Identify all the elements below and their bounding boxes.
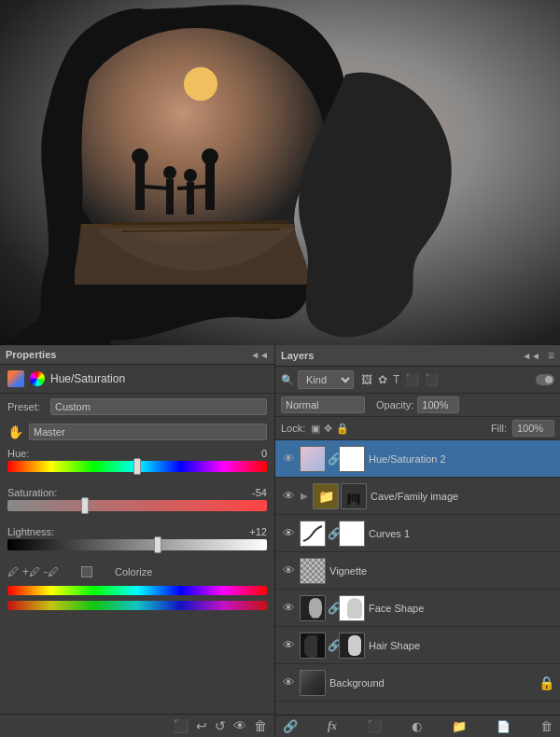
filter-shape-icon[interactable]: ⬛ bbox=[405, 373, 419, 386]
visibility-btn[interactable]: 👁 bbox=[233, 718, 246, 733]
lock-all-btn[interactable]: 🔒 bbox=[336, 423, 349, 435]
history-forward-btn[interactable]: ↺ bbox=[215, 718, 226, 733]
layer-visibility-btn[interactable]: 👁 bbox=[281, 675, 296, 689]
filter-adjustment-icon[interactable]: ✿ bbox=[378, 373, 387, 386]
preset-row: Preset: Custom bbox=[0, 394, 274, 420]
hue-section: Hue: 0 bbox=[0, 444, 274, 483]
preset-select[interactable]: Custom bbox=[50, 398, 267, 415]
add-mask-btn[interactable]: ⬛ bbox=[173, 718, 189, 733]
eyedropper-group: 🖊 +🖊 -🖊 bbox=[7, 565, 59, 578]
filter-type-icon[interactable]: T bbox=[393, 373, 399, 386]
search-icon: 🔍 bbox=[281, 374, 294, 386]
colorize-checkbox[interactable] bbox=[81, 566, 92, 577]
add-adjustment-btn[interactable]: ◐ bbox=[412, 719, 422, 733]
eyedropper2-btn[interactable]: +🖊 bbox=[22, 565, 40, 578]
layer-visibility-btn[interactable]: 👁 bbox=[281, 526, 296, 540]
layers-panel: Layers ◄◄ ≡ 🔍 Kind 🖼 ✿ T ⬛ ⬛ Normal bbox=[275, 345, 560, 737]
layers-search-row: 🔍 Kind 🖼 ✿ T ⬛ ⬛ bbox=[275, 367, 560, 394]
layer-row[interactable]: 👁 ▶ 📁 Cave/Family image bbox=[275, 478, 560, 515]
layer-visibility-btn[interactable]: 👁 bbox=[281, 452, 296, 466]
properties-bottom-toolbar: ⬛ ↩ ↺ 👁 🗑 bbox=[0, 714, 274, 737]
opacity-label: Opacity: bbox=[376, 399, 413, 410]
layers-header-controls: ◄◄ ≡ bbox=[522, 349, 554, 362]
layer-visibility-btn[interactable]: 👁 bbox=[281, 601, 296, 615]
blend-mode-select[interactable]: Normal bbox=[281, 396, 365, 413]
layer-row[interactable]: 👁 Vignette bbox=[275, 552, 560, 590]
sun bbox=[184, 67, 217, 101]
sat-label: Saturation: bbox=[7, 487, 57, 498]
layer-thumb-mask bbox=[339, 595, 365, 621]
arm2 bbox=[177, 187, 205, 188]
layer-name: Hue/Saturation 2 bbox=[369, 453, 554, 465]
history-back-btn[interactable]: ↩ bbox=[196, 718, 207, 733]
fx-btn[interactable]: fx bbox=[328, 719, 337, 733]
delete-layer-btn[interactable]: 🗑 bbox=[540, 719, 553, 733]
eyedropper1-btn[interactable]: 🖊 bbox=[7, 565, 19, 578]
lock-pixels-btn[interactable]: ▣ bbox=[311, 423, 320, 435]
layer-thumb-main bbox=[300, 521, 326, 547]
light-track[interactable] bbox=[7, 539, 267, 550]
hue-thumb[interactable] bbox=[133, 458, 141, 475]
light-label-row: Lightness: +12 bbox=[7, 526, 267, 537]
filter-toggle[interactable] bbox=[536, 374, 554, 385]
bottom-panels: Properties ◄◄ Hue/Saturation Preset: Cus… bbox=[0, 345, 560, 737]
delete-btn[interactable]: 🗑 bbox=[254, 718, 267, 733]
opacity-input[interactable] bbox=[417, 396, 459, 413]
fill-input[interactable] bbox=[512, 420, 554, 437]
light-thumb[interactable] bbox=[154, 536, 161, 553]
layer-thumb-main: 📁 bbox=[313, 483, 339, 509]
layers-list: 👁 🔗 Hue/Saturation 2 👁 ▶ 📁 bbox=[275, 440, 560, 715]
kind-select[interactable]: Kind bbox=[298, 370, 354, 389]
layer-row[interactable]: 👁 🔗 Face Shape bbox=[275, 590, 560, 627]
sat-thumb[interactable] bbox=[81, 497, 89, 514]
layer-thumb-mask bbox=[339, 446, 365, 472]
curves-icon bbox=[301, 522, 324, 545]
layer-visibility-btn[interactable]: 👁 bbox=[281, 638, 296, 652]
layer-chain-icon: 🔗 bbox=[328, 602, 337, 615]
sat-track[interactable] bbox=[7, 500, 267, 511]
channel-select[interactable]: Master bbox=[29, 424, 267, 440]
layers-title: Layers bbox=[281, 350, 314, 361]
layer-thumb-cave bbox=[341, 483, 367, 509]
child1-body bbox=[166, 179, 174, 215]
layer-lock-icon: 🔒 bbox=[539, 675, 554, 690]
layer-expand-btn[interactable]: ▶ bbox=[300, 491, 309, 501]
hue-sat-icon2 bbox=[30, 371, 45, 386]
layer-thumb-main bbox=[300, 558, 326, 584]
link-layers-btn[interactable]: 🔗 bbox=[283, 719, 298, 733]
layer-visibility-btn[interactable]: 👁 bbox=[281, 489, 296, 503]
layer-row[interactable]: 👁 🔗 Hair Shape bbox=[275, 627, 560, 664]
layer-thumbs: 🔗 bbox=[300, 595, 365, 621]
properties-collapse-btn[interactable]: ◄◄ bbox=[250, 350, 269, 360]
channel-row: ✋ Master bbox=[0, 420, 274, 444]
layer-thumb-main bbox=[300, 446, 326, 472]
add-mask-btn[interactable]: ⬛ bbox=[367, 719, 382, 733]
layer-thumbs bbox=[300, 670, 326, 696]
filter-icons-group: 🖼 ✿ T ⬛ ⬛ bbox=[361, 373, 439, 386]
properties-title: Properties bbox=[6, 349, 56, 360]
layer-row[interactable]: 👁 🔗 Hue/Saturation 2 bbox=[275, 440, 560, 478]
layer-row[interactable]: 👁 Background 🔒 bbox=[275, 664, 560, 702]
layers-menu-btn[interactable]: ≡ bbox=[548, 349, 554, 362]
layer-thumb-main bbox=[300, 670, 326, 696]
filter-smart-icon[interactable]: ⬛ bbox=[425, 373, 439, 386]
layers-arrows[interactable]: ◄◄ bbox=[522, 351, 540, 361]
layer-thumb-mask bbox=[339, 521, 365, 547]
layer-chain-icon: 🔗 bbox=[328, 527, 337, 540]
eyedropper3-btn[interactable]: -🖊 bbox=[44, 565, 59, 578]
layer-thumb-mask bbox=[339, 633, 365, 659]
hue-track[interactable] bbox=[7, 461, 267, 472]
layer-thumbs bbox=[300, 558, 326, 584]
colorize-row: 🖊 +🖊 -🖊 Colorize bbox=[0, 562, 274, 582]
blend-mode-row: Normal Opacity: bbox=[275, 394, 560, 417]
layer-name: Background bbox=[329, 677, 535, 688]
new-layer-btn[interactable]: 📄 bbox=[497, 720, 511, 733]
hand-icon: ✋ bbox=[7, 424, 23, 439]
filter-pixel-icon[interactable]: 🖼 bbox=[361, 373, 372, 386]
layer-visibility-btn[interactable]: 👁 bbox=[281, 563, 296, 577]
new-group-btn[interactable]: 📁 bbox=[452, 719, 467, 733]
properties-header: Properties ◄◄ bbox=[0, 345, 274, 365]
preset-label: Preset: bbox=[7, 401, 45, 412]
lock-position-btn[interactable]: ✥ bbox=[324, 423, 332, 435]
layer-row[interactable]: 👁 🔗 Curves 1 bbox=[275, 515, 560, 552]
